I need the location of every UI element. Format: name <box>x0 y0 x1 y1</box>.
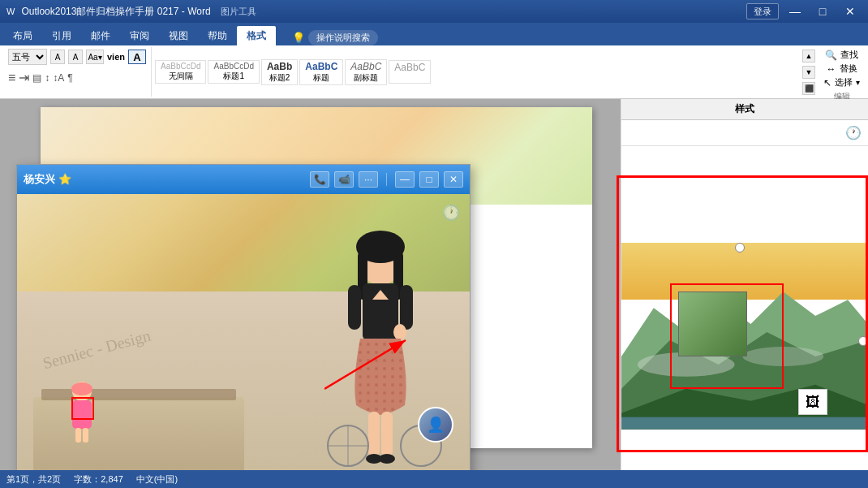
tab-help[interactable]: 帮助 <box>198 26 237 45</box>
list-icon[interactable]: ≡ <box>8 71 15 85</box>
chat-divider <box>386 173 387 186</box>
chat-video-btn[interactable]: 📹 <box>334 171 354 188</box>
style-normal[interactable]: AaBbCcDd 无间隔 <box>155 60 206 84</box>
time-icon: 🕐 <box>442 204 460 222</box>
align-icon[interactable]: ▤ <box>32 72 41 84</box>
font-size-select[interactable]: 五号 <box>8 49 47 65</box>
style-subtitle[interactable]: AaBbC 副标题 <box>345 59 387 85</box>
title-bar: W Outlook2013邮件归档操作手册 0217 - Word 图片工具 登… <box>0 0 868 23</box>
svg-point-12 <box>379 454 395 464</box>
chat-max-btn[interactable]: □ <box>419 171 439 188</box>
chat-call-btn[interactable]: 📞 <box>310 171 329 188</box>
chat-title-bar: 杨安兴 ⭐ 📞 📹 ··· — □ ✕ <box>17 165 470 194</box>
chat-min-btn[interactable]: — <box>395 171 415 188</box>
close-button[interactable]: ✕ <box>839 3 862 19</box>
styles-panel-toolbar: 🕐 <box>621 120 868 146</box>
chat-contact-name: 杨安兴 ⭐ <box>24 172 310 187</box>
image-selection-box <box>670 283 784 389</box>
chat-close-btn[interactable]: ✕ <box>444 171 463 188</box>
word-count: 字数：2,847 <box>74 473 123 486</box>
picture-tools-label: 图片工具 <box>221 6 256 18</box>
para-mark-icon[interactable]: ¶ <box>67 72 72 84</box>
tab-mail[interactable]: 邮件 <box>81 26 120 45</box>
svg-rect-10 <box>381 412 393 456</box>
document-title: Outlook2013邮件归档操作手册 0217 - Word <box>21 5 210 19</box>
bold-btn[interactable]: A <box>128 50 146 64</box>
svg-line-24 <box>324 340 406 389</box>
format-label: vien <box>107 52 125 62</box>
styles-panel-time: 🕐 <box>845 125 862 140</box>
login-button[interactable]: 登录 <box>746 3 779 19</box>
font-size-down[interactable]: A <box>68 50 83 64</box>
ribbon-tabs: 布局 引用 邮件 审阅 视图 帮助 格式 💡 操作说明搜索 <box>0 23 868 45</box>
resize-handle-right[interactable] <box>858 336 868 346</box>
styles-scroll-up[interactable]: ▲ <box>802 50 815 63</box>
tab-reference[interactable]: 引用 <box>42 26 81 45</box>
svg-rect-21 <box>75 428 81 443</box>
resize-handle-top[interactable] <box>735 243 745 253</box>
line-spacing-icon[interactable]: ↕ <box>45 72 49 84</box>
font-size-up[interactable]: A <box>50 50 65 64</box>
styles-expand[interactable]: ⬛ <box>802 82 815 95</box>
cursor-icon: ↖ <box>823 77 831 89</box>
maximize-button[interactable]: □ <box>811 3 834 19</box>
chat-window: 杨安兴 ⭐ 📞 📹 ··· — □ ✕ Senniec - Design <box>16 164 471 470</box>
style-title[interactable]: AaBbC 标题 <box>299 59 343 85</box>
svg-rect-9 <box>368 412 380 456</box>
svg-rect-6 <box>348 285 361 330</box>
tab-review[interactable]: 审阅 <box>120 26 159 45</box>
tab-format[interactable]: 格式 <box>237 26 276 45</box>
ribbon-toolbar: 五号 A A Aa▾ vien A ≡ ⇥ ▤ ↕ ↕A ¶ AaBbCcDd … <box>0 45 868 99</box>
minimize-button[interactable]: — <box>784 3 806 19</box>
svg-point-19 <box>71 382 92 395</box>
replace-label[interactable]: 替换 <box>840 63 857 75</box>
svg-rect-22 <box>83 428 88 443</box>
watermark: Senniec - Design <box>41 326 153 374</box>
search-operation[interactable]: 操作说明搜索 <box>308 30 378 45</box>
style-heading2[interactable]: AaBb 标题2 <box>261 59 298 85</box>
status-bar: 第1页，共2页 字数：2,847 中文(中国) <box>0 470 868 488</box>
mountain-image-area: 🖼 <box>621 243 868 430</box>
svg-rect-28 <box>621 417 868 430</box>
scissors-highlight-box <box>71 397 94 420</box>
replace-icon: ↔ <box>827 63 836 75</box>
select-dropdown[interactable]: ▾ <box>856 78 860 87</box>
svg-rect-7 <box>400 285 413 330</box>
chat-more-btn[interactable]: ··· <box>359 171 378 188</box>
tab-view[interactable]: 视图 <box>159 26 198 45</box>
sort-icon[interactable]: ↕A <box>53 72 64 84</box>
style-extra[interactable]: AaBbC <box>389 60 431 84</box>
select-label[interactable]: 选择 <box>835 76 853 89</box>
styles-panel-title: 样式 <box>621 99 868 120</box>
language: 中文(中国) <box>136 473 178 486</box>
style-heading1[interactable]: AaBbCcDd 标题1 <box>208 60 259 84</box>
styles-panel: 样式 🕐 <box>621 99 868 470</box>
image-layout-icon[interactable]: 🖼 <box>798 389 827 415</box>
font-name-btn[interactable]: Aa▾ <box>86 50 104 64</box>
find-label[interactable]: 查找 <box>840 49 858 61</box>
red-arrow <box>324 332 422 397</box>
contact-avatar: 👤 <box>418 407 453 443</box>
indent-icon[interactable]: ⇥ <box>19 70 29 85</box>
tab-layout[interactable]: 布局 <box>3 26 42 45</box>
document-area: 窗口缩小，放在旁边。 了。↵ 杨安兴 ⭐ 📞 📹 ··· — □ ✕ <box>0 99 868 470</box>
styles-scroll-down[interactable]: ▼ <box>802 66 815 79</box>
search-icon: 🔍 <box>825 50 837 61</box>
app-icon: W <box>6 6 15 16</box>
page-info: 第1页，共2页 <box>6 473 61 486</box>
